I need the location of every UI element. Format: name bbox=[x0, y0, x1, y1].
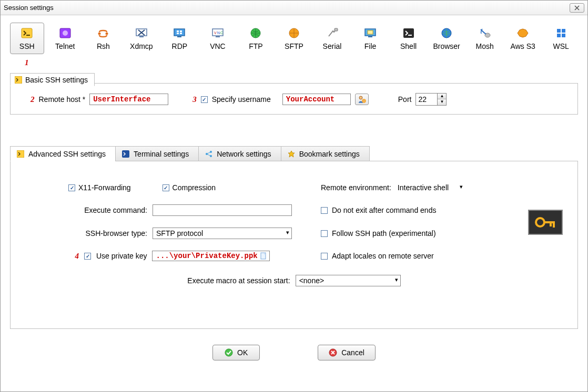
macro-row: Execute macro at session start: <none> bbox=[26, 275, 562, 286]
private-key-path: ...\your\PrivateKey.ppk bbox=[156, 252, 257, 260]
do-not-exit-label: Do not exit after command ends bbox=[332, 206, 436, 214]
svg-rect-10 bbox=[177, 30, 179, 32]
ssh-browser-label: SSH-browser type: bbox=[68, 229, 147, 238]
private-key-file-input[interactable]: ...\your\PrivateKey.ppk bbox=[152, 251, 269, 261]
ssh-small-icon bbox=[17, 150, 24, 158]
window-title: Session settings bbox=[4, 4, 570, 12]
svg-rect-24 bbox=[368, 30, 373, 34]
svg-rect-15 bbox=[216, 36, 220, 37]
svg-rect-13 bbox=[180, 33, 182, 34]
session-type-browser[interactable]: Browser bbox=[430, 23, 464, 54]
key-icon bbox=[534, 214, 557, 230]
use-private-key-checkbox[interactable] bbox=[84, 253, 91, 260]
session-type-rsh[interactable]: Rsh bbox=[86, 23, 120, 54]
svg-point-34 bbox=[359, 96, 362, 99]
terminal-small-icon bbox=[122, 150, 129, 158]
ok-button[interactable]: OK bbox=[212, 345, 260, 360]
annotation-1: 1 bbox=[25, 58, 578, 67]
specify-username-checkbox[interactable] bbox=[201, 96, 208, 103]
rsh-icon bbox=[96, 27, 110, 39]
svg-point-3 bbox=[63, 30, 68, 36]
advanced-body: X11-Forwarding Compression Remote enviro… bbox=[10, 161, 578, 329]
specify-username-label: Specify username bbox=[212, 95, 271, 104]
button-row: OK Cancel bbox=[10, 345, 578, 360]
ssh-icon bbox=[20, 27, 34, 39]
file-icon bbox=[363, 27, 377, 39]
svg-rect-26 bbox=[408, 35, 412, 36]
port-spinner[interactable]: ▲ ▼ bbox=[415, 93, 447, 106]
compression-checkbox[interactable] bbox=[163, 184, 169, 191]
close-button[interactable] bbox=[570, 3, 584, 13]
tab-advanced-ssh[interactable]: Advanced SSH settings bbox=[10, 146, 116, 161]
star-icon bbox=[288, 150, 295, 158]
session-settings-window: Session settings SSH Telnet bbox=[0, 0, 588, 392]
svg-rect-12 bbox=[177, 33, 179, 34]
username-input[interactable]: YourAccount bbox=[282, 94, 351, 105]
session-type-shell[interactable]: Shell bbox=[391, 23, 425, 54]
session-type-mosh[interactable]: Mosh bbox=[468, 23, 502, 54]
session-type-file[interactable]: File bbox=[353, 23, 388, 54]
tab-network[interactable]: Network settings bbox=[198, 146, 281, 161]
svg-rect-8 bbox=[174, 29, 185, 36]
wsl-icon bbox=[554, 27, 568, 39]
port-label: Port bbox=[398, 95, 412, 104]
session-type-toolbar: SSH Telnet Rsh Xdmcp bbox=[10, 23, 578, 54]
x11-checkbox[interactable] bbox=[68, 184, 75, 191]
person-icon bbox=[358, 95, 366, 104]
remote-host-label: Remote host * bbox=[39, 95, 86, 104]
network-small-icon bbox=[205, 150, 212, 158]
basic-row: 2 Remote host * UserInterface 3 Specify … bbox=[17, 93, 571, 106]
annotation-2: 2 bbox=[31, 95, 35, 104]
exec-cmd-input[interactable] bbox=[153, 204, 292, 216]
svg-rect-1 bbox=[26, 35, 30, 36]
session-type-ftp[interactable]: FTP bbox=[239, 23, 273, 54]
follow-path-checkbox[interactable] bbox=[321, 230, 328, 237]
tab-terminal[interactable]: Terminal settings bbox=[115, 146, 199, 161]
session-type-serial[interactable]: Serial bbox=[315, 23, 349, 54]
remote-host-input[interactable]: UserInterface bbox=[89, 94, 168, 105]
ssh-browser-select[interactable]: SFTP protocol bbox=[153, 228, 292, 239]
basic-tab-label: Basic SSH settings bbox=[25, 76, 88, 84]
svg-rect-25 bbox=[403, 28, 414, 38]
session-type-wsl[interactable]: WSL bbox=[544, 23, 578, 54]
shell-icon bbox=[402, 27, 415, 39]
expert-settings-button[interactable] bbox=[528, 210, 563, 235]
session-type-awss3[interactable]: Aws S3 bbox=[506, 23, 540, 54]
macro-select[interactable]: <none> bbox=[296, 275, 401, 286]
remote-env-select[interactable]: Interactive shell bbox=[396, 182, 464, 193]
session-type-ssh-label: SSH bbox=[12, 42, 43, 50]
basic-settings-tab: Basic SSH settings bbox=[10, 73, 95, 86]
svg-point-5 bbox=[106, 33, 108, 35]
advanced-tabs: Advanced SSH settings Terminal settings … bbox=[10, 146, 578, 161]
port-down-button[interactable]: ▼ bbox=[438, 99, 446, 105]
ssh-small-icon bbox=[15, 76, 22, 84]
adapt-locales-checkbox[interactable] bbox=[321, 253, 328, 260]
awss3-icon bbox=[516, 27, 530, 39]
telnet-icon bbox=[58, 27, 72, 39]
user-picker-button[interactable] bbox=[355, 94, 369, 105]
svg-rect-7 bbox=[139, 36, 144, 37]
session-type-sftp[interactable]: SFTP bbox=[277, 23, 311, 54]
svg-rect-32 bbox=[562, 34, 565, 37]
annotation-4: 4 bbox=[68, 252, 79, 261]
serial-icon bbox=[326, 27, 339, 39]
session-type-telnet[interactable]: Telnet bbox=[48, 23, 83, 54]
session-type-xdmcp[interactable]: Xdmcp bbox=[125, 23, 159, 54]
tab-bookmark[interactable]: Bookmark settings bbox=[281, 146, 370, 161]
cancel-button[interactable]: Cancel bbox=[318, 345, 376, 360]
do-not-exit-checkbox[interactable] bbox=[321, 207, 328, 214]
annotation-3: 3 bbox=[192, 95, 197, 104]
advanced-container: Advanced SSH settings Terminal settings … bbox=[10, 146, 578, 329]
svg-point-4 bbox=[98, 33, 101, 35]
svg-rect-45 bbox=[553, 223, 555, 228]
vnc-icon: VNC bbox=[211, 27, 225, 39]
file-browse-icon[interactable] bbox=[260, 252, 267, 260]
session-type-rdp[interactable]: RDP bbox=[163, 23, 197, 54]
xdmcp-icon bbox=[135, 27, 148, 39]
port-up-button[interactable]: ▲ bbox=[438, 94, 446, 99]
svg-rect-21 bbox=[334, 28, 338, 31]
session-type-ssh[interactable]: SSH bbox=[10, 23, 44, 54]
session-type-vnc[interactable]: VNC VNC bbox=[201, 23, 235, 54]
close-icon bbox=[574, 5, 580, 11]
port-input[interactable] bbox=[415, 93, 438, 106]
